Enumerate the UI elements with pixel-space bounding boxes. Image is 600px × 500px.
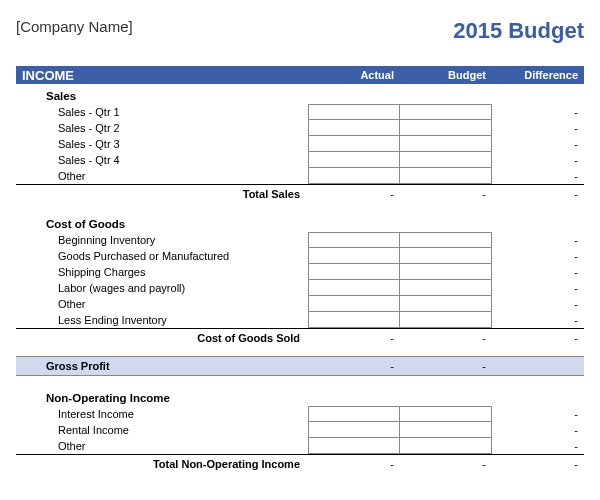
row-label: Other [16,168,308,184]
table-row: Sales - Qtr 3 - [16,136,584,152]
sales-title: Sales [16,90,584,102]
table-row: Other - [16,296,584,312]
cell-budget[interactable] [400,264,492,280]
company-name: [Company Name] [16,18,133,35]
cell-actual[interactable] [308,152,400,168]
cogs-total: Cost of Goods Sold - - - [16,328,584,346]
cell-budget[interactable] [400,248,492,264]
total-label: Total Non-Operating Income [16,458,308,470]
cell-budget[interactable] [400,232,492,248]
table-row: Interest Income - [16,406,584,422]
cell-diff: - [492,422,584,438]
table-row: Less Ending Inventory - [16,312,584,328]
gross-label: Gross Profit [16,360,308,372]
cell-budget[interactable] [400,422,492,438]
nonop-title: Non-Operating Income [16,392,584,404]
page-title: 2015 Budget [453,18,584,44]
cell-budget[interactable] [400,296,492,312]
cell-actual[interactable] [308,168,400,184]
col-section: INCOME [16,68,308,83]
gross-profit-row: Gross Profit - - [16,356,584,376]
cell-budget[interactable] [400,406,492,422]
row-label: Sales - Qtr 1 [16,104,308,120]
cell-diff: - [492,438,584,454]
total-actual: - [308,188,400,200]
cell-diff: - [492,312,584,328]
col-difference: Difference [492,69,584,81]
cell-diff: - [492,120,584,136]
table-header: INCOME Actual Budget Difference [16,66,584,84]
cell-diff: - [492,280,584,296]
row-label: Rental Income [16,422,308,438]
row-label: Sales - Qtr 4 [16,152,308,168]
header: [Company Name] 2015 Budget [16,18,584,44]
cell-budget[interactable] [400,312,492,328]
cell-budget[interactable] [400,438,492,454]
total-budget: - [400,188,492,200]
sales-total: Total Sales - - - [16,184,584,202]
row-label: Sales - Qtr 3 [16,136,308,152]
cell-budget[interactable] [400,136,492,152]
total-budget: - [400,332,492,344]
table-row: Other - [16,168,584,184]
cogs-title: Cost of Goods [16,218,584,230]
cell-actual[interactable] [308,422,400,438]
table-row: Goods Purchased or Manufactured - [16,248,584,264]
row-label: Other [16,296,308,312]
total-actual: - [308,458,400,470]
total-diff: - [492,332,584,344]
cell-budget[interactable] [400,152,492,168]
cell-actual[interactable] [308,438,400,454]
table-row: Other - [16,438,584,454]
row-label: Interest Income [16,406,308,422]
cell-actual[interactable] [308,296,400,312]
cell-actual[interactable] [308,120,400,136]
cell-diff: - [492,296,584,312]
total-diff: - [492,458,584,470]
cell-diff: - [492,248,584,264]
cell-budget[interactable] [400,280,492,296]
cell-actual[interactable] [308,280,400,296]
row-label: Other [16,438,308,454]
row-label: Beginning Inventory [16,232,308,248]
nonop-total: Total Non-Operating Income - - - [16,454,584,472]
row-label: Labor (wages and payroll) [16,280,308,296]
cell-diff: - [492,264,584,280]
cell-diff: - [492,152,584,168]
row-label: Sales - Qtr 2 [16,120,308,136]
col-actual: Actual [308,69,400,81]
cell-diff: - [492,232,584,248]
cell-budget[interactable] [400,104,492,120]
cell-actual[interactable] [308,248,400,264]
row-label: Goods Purchased or Manufactured [16,248,308,264]
gross-budget: - [400,360,492,372]
table-row: Labor (wages and payroll) - [16,280,584,296]
cell-actual[interactable] [308,136,400,152]
total-budget: - [400,458,492,470]
total-label: Cost of Goods Sold [16,332,308,344]
table-row: Sales - Qtr 2 - [16,120,584,136]
cell-diff: - [492,104,584,120]
cell-actual[interactable] [308,312,400,328]
cell-diff: - [492,406,584,422]
table-row: Rental Income - [16,422,584,438]
table-row: Beginning Inventory - [16,232,584,248]
total-actual: - [308,332,400,344]
row-label: Shipping Charges [16,264,308,280]
total-label: Total Sales [16,188,308,200]
cell-actual[interactable] [308,104,400,120]
cell-actual[interactable] [308,264,400,280]
cell-diff: - [492,136,584,152]
table-row: Sales - Qtr 4 - [16,152,584,168]
col-budget: Budget [400,69,492,81]
cell-budget[interactable] [400,120,492,136]
total-diff: - [492,188,584,200]
cell-actual[interactable] [308,406,400,422]
cell-budget[interactable] [400,168,492,184]
gross-actual: - [308,360,400,372]
row-label: Less Ending Inventory [16,312,308,328]
cell-diff: - [492,168,584,184]
table-row: Shipping Charges - [16,264,584,280]
cell-actual[interactable] [308,232,400,248]
table-row: Sales - Qtr 1 - [16,104,584,120]
